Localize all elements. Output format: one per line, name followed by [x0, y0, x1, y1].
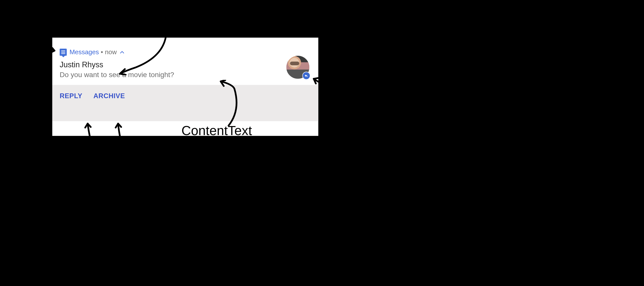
content-text: Do you want to see a movie tonight? — [60, 71, 311, 79]
annotation-content-text: ContentText — [182, 123, 252, 138]
app-name: Messages — [69, 48, 99, 56]
messages-app-icon — [60, 49, 67, 56]
timestamp: now — [105, 48, 117, 56]
notification-header[interactable]: Messages • now — [52, 38, 318, 58]
content-title: Justin Rhyss — [60, 60, 311, 69]
archive-button[interactable]: ARCHIVE — [94, 92, 125, 100]
chevron-up-icon[interactable] — [120, 49, 124, 54]
notification-card[interactable]: Messages • now Justin Rhyss Do you want … — [52, 38, 318, 136]
reply-badge-icon — [302, 72, 310, 80]
reply-button[interactable]: REPLY — [60, 92, 82, 100]
separator-dot: • — [101, 48, 103, 56]
large-icon — [286, 56, 310, 79]
notification-actions: REPLY ARCHIVE — [52, 85, 318, 121]
notification-body: Justin Rhyss Do you want to see a movie … — [52, 58, 318, 85]
